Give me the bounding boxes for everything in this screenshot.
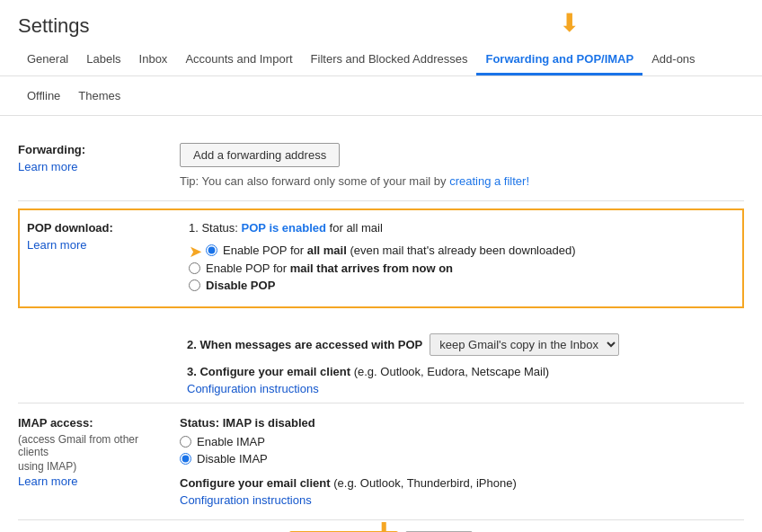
save-arrow-annotation: ⬇ (376, 519, 392, 532)
imap-label-area: IMAP access: (access Gmail from other cl… (18, 416, 180, 507)
tip-text: Tip: You can also forward only some of y… (180, 174, 447, 188)
pop-step2-select[interactable]: keep Gmail's copy in the Inboxmark Gmail… (430, 333, 619, 356)
imap-configure-label: Configure your email client (e.g. Outloo… (180, 476, 517, 490)
imap-content: Status: IMAP is disabled Enable IMAP Dis… (180, 416, 744, 507)
pop-content: 1. Status: POP is enabled for all mail ➤… (189, 221, 735, 296)
imap-label-sub1: (access Gmail from other clients (18, 433, 165, 458)
pop-learn-more[interactable]: Learn more (27, 238, 86, 252)
forwarding-learn-more[interactable]: Learn more (18, 160, 77, 173)
tabs-row2: Offline Themes (0, 76, 762, 116)
tab-inbox[interactable]: Inbox (130, 45, 177, 75)
imap-configure: Configure your email client (e.g. Outloo… (180, 476, 744, 507)
pop-step3-label: 3. Configure your email client (e.g. Out… (187, 365, 549, 378)
imap-disable-radio[interactable] (180, 453, 191, 465)
tab-general[interactable]: General (18, 45, 77, 75)
pop-label-area: POP download: Learn more (27, 221, 189, 296)
pop-label: POP download: (27, 221, 174, 235)
pop-option1-label: Enable POP for all mail (even mail that'… (206, 244, 576, 257)
tab-accounts[interactable]: Accounts and Import (176, 45, 301, 75)
pop-section: POP download: Learn more 1. Status: POP … (18, 208, 744, 308)
pop-now-radio[interactable] (189, 262, 200, 274)
forwarding-label-area: Forwarding: Learn more (18, 143, 180, 188)
imap-enable-text: Enable IMAP (197, 435, 265, 448)
pop-option1-row: ➤ Enable POP for all mail (even mail tha… (189, 242, 735, 262)
imap-label-sub2: using IMAP) (18, 460, 165, 473)
tab-filters[interactable]: Filters and Blocked Addresses (302, 45, 477, 75)
pop-steps-section: 2. When messages are accessed with POP k… (18, 315, 744, 403)
pop-step3: 3. Configure your email client (e.g. Out… (187, 365, 744, 395)
forwarding-label: Forwarding: (18, 143, 165, 156)
pop-config-link[interactable]: Configuration instructions (187, 382, 744, 395)
imap-enable-label: Enable IMAP (180, 435, 744, 448)
page-title: Settings (0, 0, 762, 45)
pop-status: 1. Status: POP is enabled for all mail (189, 221, 735, 235)
tabs-row1: General Labels Inbox Accounts and Import… (0, 45, 762, 76)
pop-step1-label: 1. Status: (189, 221, 238, 235)
pop-option2-label: Enable POP for mail that arrives from no… (189, 262, 735, 275)
pop-step2: 2. When messages are accessed with POP k… (187, 333, 744, 356)
forwarding-content: Add a forwarding address Tip: You can al… (180, 143, 744, 188)
pop-all-radio[interactable] (206, 244, 217, 256)
imap-learn-more[interactable]: Learn more (18, 474, 77, 488)
creating-filter-link[interactable]: creating a filter! (449, 174, 529, 188)
add-forwarding-address-button[interactable]: Add a forwarding address (180, 143, 340, 167)
forwarding-tip: Tip: You can also forward only some of y… (180, 174, 744, 188)
tab-addons[interactable]: Add-ons (642, 45, 704, 75)
main-content: Forwarding: Learn more Add a forwarding … (0, 116, 762, 532)
pop-arrow-annotation: ➤ (189, 242, 202, 262)
tab-offline[interactable]: Offline (18, 82, 69, 110)
tab-labels[interactable]: Labels (77, 45, 129, 75)
imap-enable-radio[interactable] (180, 436, 191, 448)
pop-disable-radio[interactable] (189, 279, 200, 291)
tab-forwarding[interactable]: Forwarding and POP/IMAP (476, 45, 642, 75)
imap-label: IMAP access: (18, 416, 165, 430)
imap-disable-text: Disable IMAP (197, 452, 268, 466)
imap-status: Status: IMAP is disabled (180, 416, 744, 430)
pop-step2-label: 2. When messages are accessed with POP (187, 338, 422, 351)
pop-status-suffix: for all mail (330, 221, 383, 235)
save-bar: ⬇ Save Changes Cancel (18, 520, 744, 532)
imap-disable-label: Disable IMAP (180, 452, 744, 466)
forwarding-section: Forwarding: Learn more Add a forwarding … (18, 130, 744, 201)
pop-option3-label: Disable POP (189, 279, 735, 292)
tab-themes[interactable]: Themes (69, 82, 129, 110)
imap-section: IMAP access: (access Gmail from other cl… (18, 403, 744, 520)
pop-status-text: POP is enabled (242, 221, 326, 235)
imap-config-link[interactable]: Configuration instructions (180, 493, 744, 507)
